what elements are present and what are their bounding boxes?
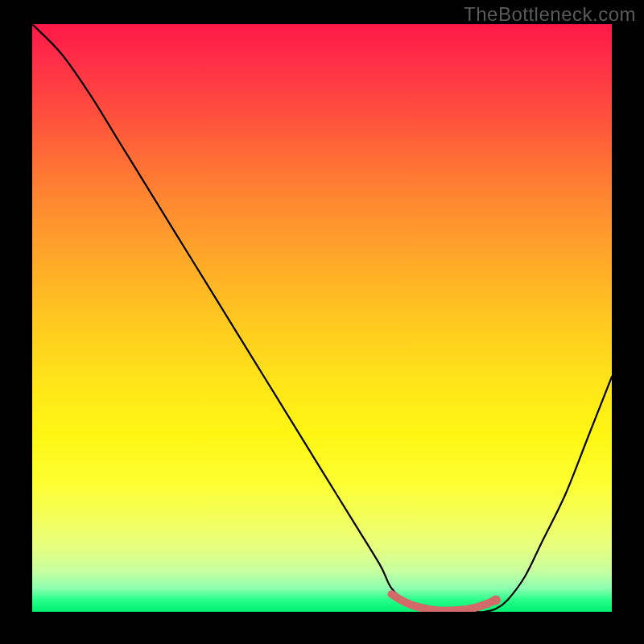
optimal-range-marker bbox=[391, 594, 496, 611]
optimal-range-end-dot bbox=[491, 595, 501, 605]
watermark-text: TheBottleneck.com bbox=[464, 3, 636, 26]
chart-container: TheBottleneck.com bbox=[0, 0, 644, 644]
curve-svg bbox=[32, 24, 612, 612]
plot-area bbox=[32, 24, 612, 612]
bottleneck-curve bbox=[32, 24, 612, 612]
